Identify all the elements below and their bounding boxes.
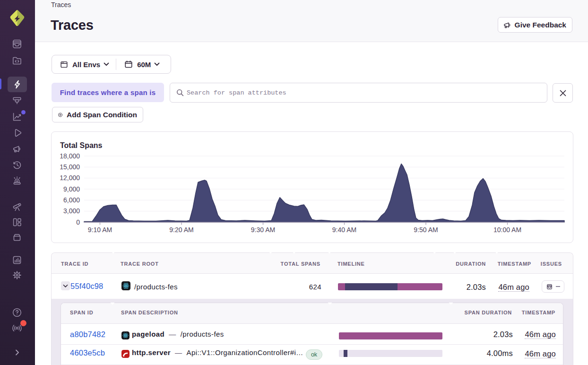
svg-text:0: 0 <box>76 218 80 226</box>
svg-text:18,000: 18,000 <box>60 152 80 160</box>
svg-text:9:40 AM: 9:40 AM <box>332 226 356 234</box>
svg-text:12,000: 12,000 <box>60 174 80 182</box>
svg-text:9:50 AM: 9:50 AM <box>414 226 438 234</box>
svg-text:9:10 AM: 9:10 AM <box>88 226 112 234</box>
svg-text:10:00 AM: 10:00 AM <box>493 226 521 234</box>
svg-text:6,000: 6,000 <box>63 196 80 204</box>
svg-text:9,000: 9,000 <box>63 185 80 193</box>
svg-text:15,000: 15,000 <box>60 163 80 171</box>
svg-text:3,000: 3,000 <box>63 207 80 215</box>
svg-text:9:20 AM: 9:20 AM <box>169 226 193 234</box>
svg-text:9:30 AM: 9:30 AM <box>251 226 275 234</box>
